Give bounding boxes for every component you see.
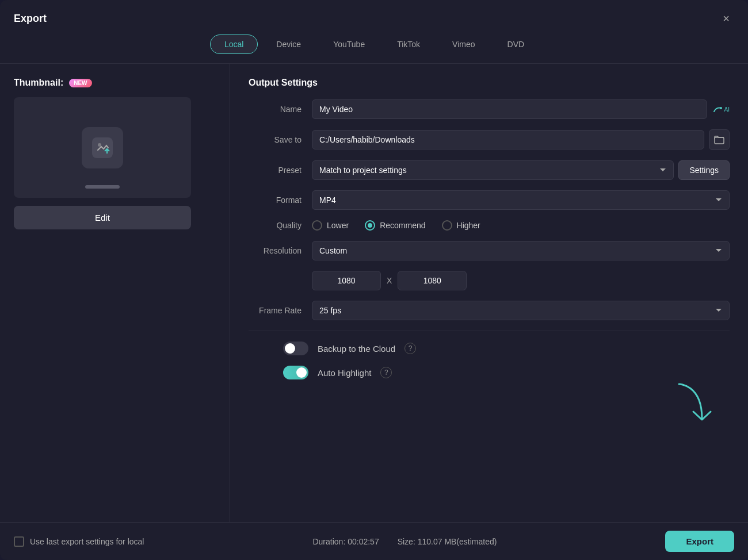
quality-label: Quality	[249, 221, 312, 230]
duration-info: Duration: 00:02:57	[312, 537, 379, 546]
preset-select[interactable]: Match to project settings	[312, 160, 674, 180]
backup-toggle[interactable]	[283, 342, 308, 355]
quality-higher-option[interactable]: Higher	[442, 220, 480, 231]
tab-bar: Local Device YouTube TikTok Vimeo DVD	[0, 34, 748, 64]
footer: Use last export settings for local Durat…	[0, 522, 748, 560]
resolution-width-input[interactable]	[312, 271, 381, 290]
preset-row: Preset Match to project settings Setting…	[249, 160, 730, 180]
save-to-row: Save to	[249, 129, 730, 150]
save-to-label: Save to	[249, 135, 312, 144]
thumbnail-label-row: Thumbnail: NEW	[14, 78, 92, 88]
main-content: Thumbnail: NEW Edit Output Se	[0, 64, 748, 522]
auto-highlight-toggle-thumb	[296, 367, 307, 378]
resolution-select[interactable]: Custom 1920×1080 1280×720	[312, 241, 730, 260]
tab-youtube[interactable]: YouTube	[319, 34, 379, 54]
tab-device[interactable]: Device	[262, 34, 315, 54]
resolution-row: Resolution Custom 1920×1080 1280×720	[249, 241, 730, 260]
frame-rate-select[interactable]: 25 fps 30 fps 60 fps	[312, 301, 730, 320]
thumbnail-bar	[85, 185, 120, 189]
edit-button[interactable]: Edit	[14, 206, 191, 229]
resolution-inputs: X	[312, 271, 467, 290]
svg-point-2	[720, 107, 722, 109]
last-settings-checkbox[interactable]	[14, 536, 24, 547]
resolution-separator: X	[387, 276, 392, 285]
quality-options: Lower Recommend Higher	[312, 220, 730, 231]
quality-lower-radio[interactable]	[312, 220, 322, 231]
frame-rate-label: Frame Rate	[249, 306, 312, 315]
arrow-indicator	[667, 378, 713, 442]
right-panel: Output Settings Name AI Save	[230, 64, 748, 522]
tab-tiktok[interactable]: TikTok	[383, 34, 434, 54]
quality-row: Quality Lower Recommend Higher	[249, 220, 730, 231]
preset-label: Preset	[249, 166, 312, 175]
export-dialog: Export × Local Device YouTube TikTok Vim…	[0, 0, 748, 560]
quality-recommend-label: Recommend	[380, 221, 425, 230]
output-settings-title: Output Settings	[249, 78, 730, 88]
auto-highlight-toggle[interactable]	[283, 366, 308, 379]
folder-button[interactable]	[709, 129, 730, 150]
ai-icon[interactable]: AI	[712, 103, 730, 115]
quality-higher-label: Higher	[457, 221, 480, 230]
auto-highlight-help-icon[interactable]: ?	[380, 367, 392, 378]
quality-lower-label: Lower	[327, 221, 349, 230]
tab-local[interactable]: Local	[210, 34, 258, 54]
auto-highlight-label: Auto Highlight	[318, 368, 371, 378]
svg-rect-3	[715, 137, 724, 144]
last-settings-label: Use last export settings for local	[30, 537, 144, 546]
save-to-input[interactable]	[312, 130, 704, 149]
size-info: Size: 110.07 MB(estimated)	[398, 537, 497, 546]
resolution-label: Resolution	[249, 246, 312, 255]
close-button[interactable]: ×	[718, 10, 734, 26]
divider	[249, 331, 730, 331]
new-badge: NEW	[69, 79, 91, 87]
name-label: Name	[249, 105, 312, 114]
footer-left: Use last export settings for local	[14, 536, 144, 547]
backup-help-icon[interactable]: ?	[404, 343, 416, 354]
left-panel: Thumbnail: NEW Edit	[0, 64, 230, 522]
backup-toggle-thumb	[285, 343, 295, 354]
dialog-header: Export ×	[0, 0, 748, 34]
format-label: Format	[249, 195, 312, 205]
resolution-height-input[interactable]	[398, 271, 467, 290]
duration-value: 00:02:57	[348, 537, 379, 546]
name-row: Name AI	[249, 99, 730, 119]
svg-point-1	[98, 143, 101, 147]
frame-rate-row: Frame Rate 25 fps 30 fps 60 fps	[249, 301, 730, 320]
frame-rate-control: 25 fps 30 fps 60 fps	[312, 301, 730, 320]
quality-lower-option[interactable]: Lower	[312, 220, 349, 231]
size-value: 110.07 MB(estimated)	[418, 537, 497, 546]
export-button[interactable]: Export	[665, 531, 734, 552]
format-row: Format MP4 MOV AVI	[249, 190, 730, 210]
tab-vimeo[interactable]: Vimeo	[438, 34, 489, 54]
auto-highlight-row: Auto Highlight ?	[249, 366, 730, 379]
name-input[interactable]	[312, 99, 707, 119]
name-control: AI	[312, 99, 730, 119]
backup-row: Backup to the Cloud ?	[249, 342, 730, 355]
preset-control: Match to project settings Settings	[312, 160, 730, 180]
format-select[interactable]: MP4 MOV AVI	[312, 190, 730, 210]
thumbnail-icon	[82, 127, 123, 168]
footer-center: Duration: 00:02:57 Size: 110.07 MB(estim…	[312, 537, 497, 546]
size-label: Size:	[398, 537, 415, 546]
quality-higher-radio[interactable]	[442, 220, 452, 231]
dialog-title: Export	[14, 13, 47, 25]
resolution-control: Custom 1920×1080 1280×720	[312, 241, 730, 260]
settings-button[interactable]: Settings	[678, 160, 730, 180]
tab-dvd[interactable]: DVD	[494, 34, 539, 54]
format-control: MP4 MOV AVI	[312, 190, 730, 210]
quality-recommend-option[interactable]: Recommend	[365, 220, 425, 231]
duration-label: Duration:	[312, 537, 345, 546]
thumbnail-text: Thumbnail:	[14, 78, 63, 88]
save-to-control	[312, 129, 730, 150]
backup-label: Backup to the Cloud	[318, 344, 395, 354]
thumbnail-preview	[14, 97, 191, 198]
resolution-inputs-row: X	[249, 271, 730, 290]
quality-recommend-radio[interactable]	[365, 220, 375, 231]
resolution-inputs-control: X	[312, 271, 730, 290]
ai-label: AI	[724, 106, 730, 113]
